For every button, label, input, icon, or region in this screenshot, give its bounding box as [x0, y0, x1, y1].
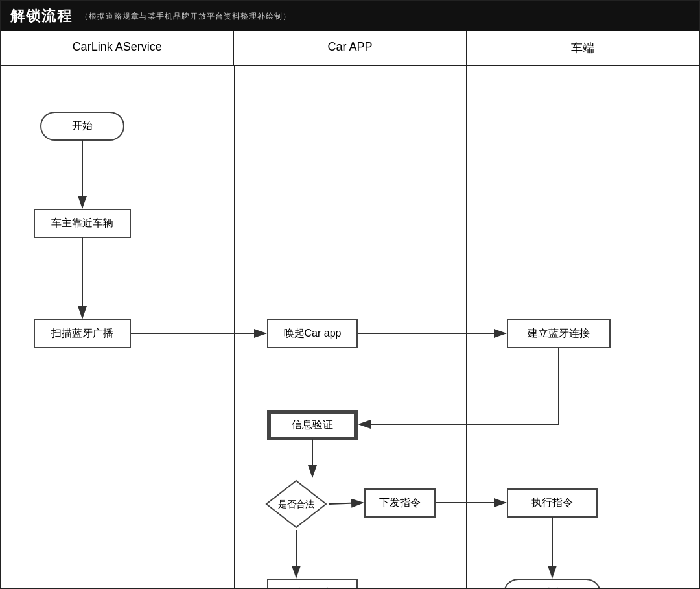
- node-approach: 车主靠近车辆: [34, 209, 131, 238]
- col-header-carapp: Car APP: [234, 31, 467, 65]
- node-feedback: 反馈异常: [267, 579, 358, 588]
- node-bluetooth: 建立蓝牙连接: [507, 319, 611, 348]
- header-bar: 解锁流程 （根据道路规章与某手机品牌开放平台资料整理补绘制）: [1, 1, 699, 31]
- diagram-area: 开始 车主靠近车辆 扫描蓝牙广播 唤起Car app 信息验证: [1, 66, 699, 588]
- node-send-cmd: 下发指令: [364, 488, 436, 518]
- node-scan: 扫描蓝牙广播: [34, 319, 131, 348]
- lane-divider-1: [234, 66, 235, 588]
- node-end: 结束: [504, 579, 601, 588]
- col-header-carlink: CarLink AService: [1, 31, 234, 65]
- node-wakeup: 唤起Car app: [267, 319, 358, 348]
- diagram-canvas: 开始 车主靠近车辆 扫描蓝牙广播 唤起Car app 信息验证: [1, 66, 699, 588]
- node-verify: 信息验证: [267, 410, 358, 440]
- col-header-vehicle: 车端: [467, 31, 699, 65]
- node-is-valid: 是否合法: [264, 478, 329, 530]
- header-subtitle: （根据道路规章与某手机品牌开放平台资料整理补绘制）: [80, 11, 291, 22]
- svg-line-9: [329, 503, 363, 504]
- node-start: 开始: [40, 112, 124, 141]
- lane-divider-2: [466, 66, 467, 588]
- columns-header: CarLink AService Car APP 车端: [1, 31, 699, 66]
- header-title: 解锁流程: [10, 6, 73, 26]
- node-exec-cmd: 执行指令: [507, 488, 598, 518]
- main-container: 解锁流程 （根据道路规章与某手机品牌开放平台资料整理补绘制） CarLink A…: [0, 0, 700, 589]
